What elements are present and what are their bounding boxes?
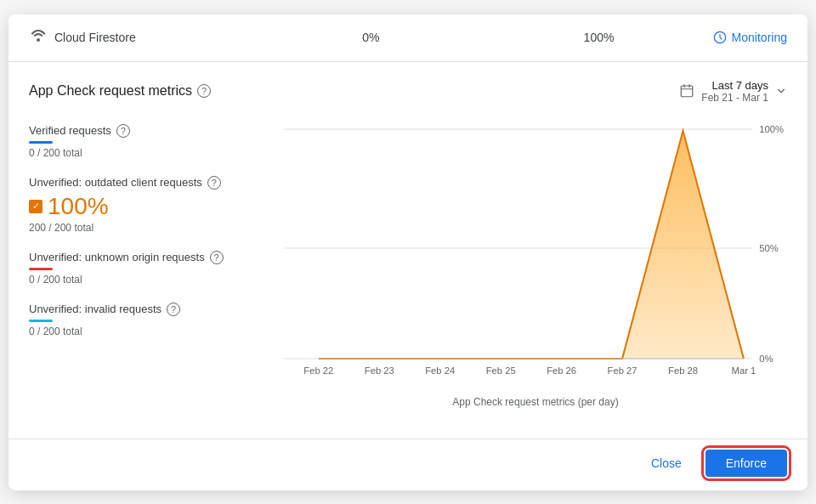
footer: Close Enforce [8, 439, 808, 490]
svg-text:100%: 100% [759, 124, 784, 134]
metric-unknown-label: Unverified: unknown origin requests ? [29, 251, 284, 264]
close-button[interactable]: Close [638, 450, 695, 477]
metric-verified-label: Verified requests ? [29, 124, 284, 138]
monitoring-label: Monitoring [732, 31, 787, 44]
metric-unknown: Unverified: unknown origin requests ? 0 … [29, 251, 284, 286]
metric-invalid-label: Unverified: invalid requests ? [29, 303, 284, 316]
date-range-selector[interactable]: Last 7 days Feb 21 - Mar 1 [679, 79, 787, 104]
metric-outdated-label: Unverified: outdated client requests ? [29, 176, 284, 190]
unknown-line [29, 268, 53, 270]
svg-rect-2 [682, 86, 694, 97]
svg-text:50%: 50% [759, 243, 779, 253]
chart-svg: 100% 50% 0% [284, 121, 787, 376]
service-name-label: Cloud Firestore [54, 31, 136, 44]
metrics-title: App Check request metrics ? [29, 83, 211, 99]
chart-section: Verified requests ? 0 / 200 total Unveri… [29, 117, 787, 425]
svg-text:Feb 25: Feb 25 [486, 365, 516, 376]
outdated-checkbox[interactable]: ✓ [29, 200, 42, 213]
svg-text:Feb 23: Feb 23 [365, 365, 394, 376]
verified-line [29, 141, 53, 144]
pct-0: 0% [257, 31, 484, 44]
invalid-line [29, 320, 53, 322]
dialog: Cloud Firestore 0% 100% Monitoring App C… [8, 14, 808, 490]
unknown-total: 0 / 200 total [29, 274, 284, 286]
verified-total: 0 / 200 total [29, 147, 284, 159]
chart-x-label: App Check request metrics (per day) [284, 396, 787, 408]
metrics-title-text: App Check request metrics [29, 83, 192, 99]
svg-text:Feb 27: Feb 27 [608, 365, 638, 376]
firestore-icon [29, 28, 48, 48]
unknown-help-icon[interactable]: ? [210, 251, 224, 264]
outdated-total: 200 / 200 total [29, 222, 284, 234]
chart-svg-wrapper: 100% 50% 0% [284, 121, 787, 393]
date-range-label: Last 7 days [701, 79, 768, 92]
calendar-icon [679, 83, 694, 99]
metric-verified: Verified requests ? 0 / 200 total [29, 124, 284, 159]
clock-icon [713, 31, 727, 44]
chart-area-fill [319, 131, 744, 359]
title-help-icon[interactable]: ? [197, 84, 211, 98]
outdated-value: ✓ 100% [29, 193, 284, 220]
date-range-sub: Feb 21 - Mar 1 [701, 92, 768, 104]
svg-text:Feb 24: Feb 24 [425, 365, 455, 376]
svg-text:Feb 26: Feb 26 [547, 365, 576, 376]
metric-outdated: Unverified: outdated client requests ? ✓… [29, 176, 284, 234]
svg-text:Mar 1: Mar 1 [732, 365, 756, 376]
date-range-text: Last 7 days Feb 21 - Mar 1 [701, 79, 768, 104]
top-bar: Cloud Firestore 0% 100% Monitoring [8, 14, 808, 62]
metrics-header: App Check request metrics ? Last 7 days … [29, 79, 787, 104]
monitoring-link[interactable]: Monitoring [713, 31, 787, 44]
metric-invalid: Unverified: invalid requests ? 0 / 200 t… [29, 303, 284, 337]
invalid-help-icon[interactable]: ? [167, 303, 180, 316]
service-section: Cloud Firestore [29, 28, 257, 48]
enforce-button[interactable]: Enforce [706, 450, 787, 477]
invalid-total: 0 / 200 total [29, 326, 284, 337]
verified-help-icon[interactable]: ? [116, 124, 130, 138]
main-content: App Check request metrics ? Last 7 days … [8, 62, 808, 439]
svg-text:Feb 28: Feb 28 [668, 365, 698, 376]
pct-100: 100% [484, 31, 712, 44]
svg-text:Feb 22: Feb 22 [303, 365, 333, 376]
svg-point-0 [37, 38, 40, 42]
chevron-down-icon [775, 85, 787, 97]
svg-text:0%: 0% [759, 354, 773, 364]
metrics-list: Verified requests ? 0 / 200 total Unveri… [29, 117, 284, 425]
chart-area: 100% 50% 0% [284, 117, 787, 425]
outdated-help-icon[interactable]: ? [207, 176, 221, 190]
